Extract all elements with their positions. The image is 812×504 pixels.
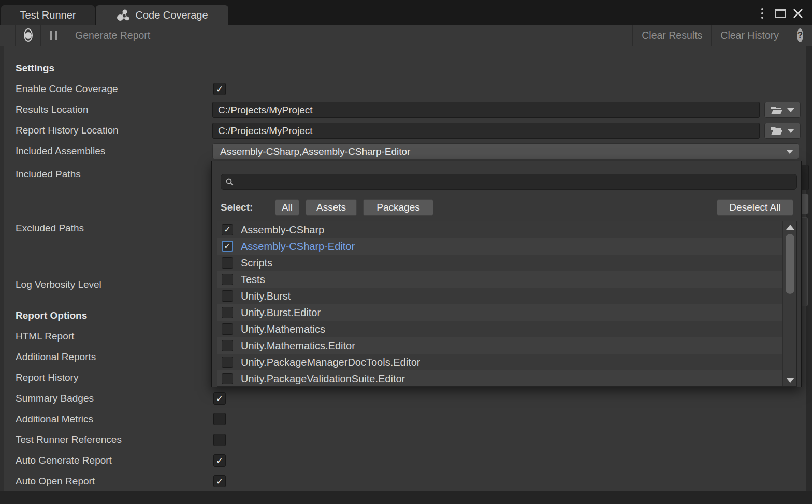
assembly-checkbox[interactable]: ✓ [222,307,233,318]
folder-dropdown-caret-icon [787,108,794,112]
assembly-list-item[interactable]: ✓ Tests [218,271,784,288]
assembly-list-item[interactable]: ✓ Assembly-CSharp [218,221,784,238]
close-icon [792,8,804,19]
summary-badges-label: Summary Badges [16,388,94,409]
assembly-name: Unity.Mathematics [241,323,325,335]
record-icon [24,28,33,42]
assembly-list-scrollbar[interactable] [782,221,796,386]
assembly-name: Assembly-CSharp-Editor [241,241,355,253]
tab-test-runner[interactable]: Test Runner [1,5,95,25]
select-row: Select: All Assets Packages Deselect All [221,199,793,216]
assembly-list-item[interactable]: ✓ Unity.Burst [218,288,784,304]
test-runner-references-checkbox[interactable]: ✓ [213,434,226,446]
assembly-checkbox[interactable]: ✓ [222,257,233,269]
assembly-list-item[interactable]: ✓ Unity.PackageValidationSuite.Editor [218,370,784,387]
pause-icon [50,31,57,40]
assembly-checkbox[interactable]: ✓ [222,373,233,384]
assembly-name: Scripts [241,257,272,269]
assembly-name: Unity.PackageManagerDocTools.Editor [241,357,420,368]
assembly-list: ✓ Assembly-CSharp ✓ Assembly-CSharp-Edit… [217,221,797,387]
generate-report-button[interactable]: Generate Report [66,25,159,46]
scroll-up-icon[interactable] [786,225,794,230]
results-location-field[interactable] [212,102,760,118]
assembly-list-item[interactable]: ✓ Scripts [218,255,784,271]
summary-badges-checkbox[interactable]: ✓ [213,392,226,405]
enable-code-coverage-checkbox[interactable]: ✓ [213,83,226,95]
help-button[interactable]: ? [788,25,812,46]
results-location-browse-button[interactable] [764,102,801,118]
auto-generate-report-label: Auto Generate Report [16,450,112,471]
generate-report-label: Generate Report [75,29,150,41]
clear-history-label: Clear History [720,29,779,41]
code-coverage-window: Test Runner Code Coverage [0,0,812,504]
assembly-checkbox[interactable]: ✓ [222,274,233,285]
report-history-browse-button[interactable] [764,123,801,139]
included-assemblies-value: Assembly-CSharp,Assembly-CSharp-Editor [220,146,410,157]
window-menu-button[interactable] [755,6,770,21]
close-button[interactable] [791,6,805,21]
code-coverage-icon [116,9,130,22]
report-history-location-label: Report History Location [16,120,119,141]
assembly-list-item[interactable]: ✓ Unity.PackageManagerDocTools.Editor [218,354,784,370]
folder-open-icon [771,126,783,136]
html-report-label: HTML Report [16,326,74,347]
folder-open-icon [771,106,783,115]
assembly-list-item[interactable]: ✓ Unity.Burst.Editor [218,304,784,321]
assembly-name: Assembly-CSharp [241,224,324,236]
obscured-list-fragment [802,217,808,306]
assembly-search-input[interactable] [238,176,792,187]
assembly-list-item[interactable]: ✓ Assembly-CSharp-Editor [218,238,784,255]
assembly-checkbox[interactable]: ✓ [222,224,233,235]
assembly-checkbox[interactable]: ✓ [222,241,233,252]
assembly-checkbox[interactable]: ✓ [222,357,233,368]
tab-code-coverage[interactable]: Code Coverage [96,5,228,25]
test-runner-references-label: Test Runner References [16,429,122,450]
scroll-down-icon[interactable] [786,378,794,383]
toolbar: Generate Report Clear Results Clear Hist… [0,25,812,46]
maximize-button[interactable] [773,6,787,21]
assembly-checkbox[interactable]: ✓ [222,340,233,351]
assembly-name: Unity.Burst [241,290,291,302]
scrollbar-thumb[interactable] [786,234,794,294]
titlebar: Test Runner Code Coverage [0,0,812,25]
left-gutter [0,46,4,491]
assembly-name: Tests [241,274,265,286]
select-packages-button[interactable]: Packages [363,199,433,216]
excluded-paths-label: Excluded Paths [16,218,84,239]
auto-open-report-label: Auto Open Report [16,471,95,492]
assembly-search[interactable] [221,174,797,190]
assembly-list-item[interactable]: ✓ Unity.Mathematics.Editor [218,337,784,354]
tab-test-runner-label: Test Runner [20,9,76,21]
auto-open-report-checkbox[interactable]: ✓ [213,475,226,487]
dropdown-caret-icon [786,150,793,154]
obscured-button-fragment [802,194,809,214]
assembly-checkbox[interactable]: ✓ [222,323,233,335]
select-assets-button[interactable]: Assets [306,199,357,216]
search-icon [225,177,234,186]
settings-header: Settings [16,58,54,79]
report-history-label: Report History [16,367,78,388]
report-options-header: Report Options [16,305,87,326]
additional-metrics-checkbox[interactable]: ✓ [213,413,226,425]
included-assemblies-popup: Select: All Assets Packages Deselect All… [211,161,802,387]
record-coverage-button[interactable] [16,25,40,46]
deselect-all-button[interactable]: Deselect All [717,199,793,216]
clear-results-label: Clear Results [642,29,702,41]
assembly-rows: ✓ Assembly-CSharp ✓ Assembly-CSharp-Edit… [218,221,796,387]
assembly-checkbox[interactable]: ✓ [222,290,233,302]
select-all-button[interactable]: All [275,199,299,216]
clear-history-button[interactable]: Clear History [712,25,788,46]
kebab-menu-icon [761,8,763,19]
obscured-field-fragment [802,165,809,190]
assembly-list-item[interactable]: ✓ Unity.Mathematics [218,321,784,337]
clear-results-button[interactable]: Clear Results [633,25,711,46]
assembly-name: Unity.Burst.Editor [241,307,321,319]
report-history-location-field[interactable] [212,123,760,139]
enable-code-coverage-label: Enable Code Coverage [16,79,118,99]
included-assemblies-dropdown[interactable]: Assembly-CSharp,Assembly-CSharp-Editor [212,143,799,159]
auto-generate-report-checkbox[interactable]: ✓ [213,454,226,467]
pause-coverage-button[interactable] [41,25,66,46]
log-verbosity-level-label: Log Verbosity Level [16,274,102,295]
bottom-strip [0,491,812,504]
tab-code-coverage-label: Code Coverage [135,9,208,21]
